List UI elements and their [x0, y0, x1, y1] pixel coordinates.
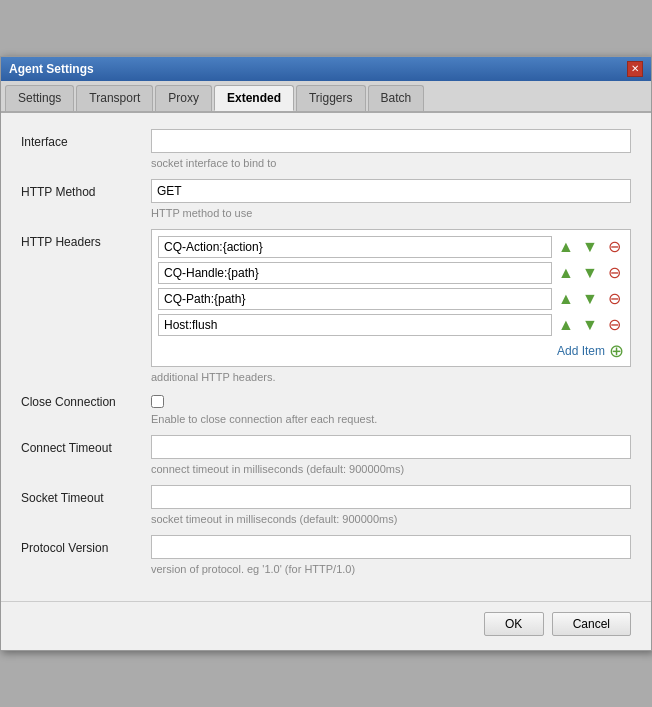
socket-timeout-hint: socket timeout in milliseconds (default:… — [21, 513, 631, 525]
interface-field — [151, 129, 631, 153]
http-headers-hint: additional HTTP headers. — [21, 371, 631, 383]
dialog-footer: OK Cancel — [1, 601, 651, 650]
http-method-label: HTTP Method — [21, 179, 151, 199]
header-up-3[interactable]: ▲ — [556, 289, 576, 309]
title-bar: Agent Settings ✕ — [1, 57, 651, 81]
arrow-down-icon: ▼ — [582, 239, 598, 255]
form-content: Interface socket interface to bind to HT… — [1, 113, 651, 601]
socket-timeout-label: Socket Timeout — [21, 485, 151, 505]
remove-icon: ⊖ — [608, 239, 621, 255]
header-down-1[interactable]: ▼ — [580, 237, 600, 257]
tab-triggers[interactable]: Triggers — [296, 85, 366, 111]
dialog-title: Agent Settings — [9, 62, 94, 76]
remove-icon: ⊖ — [608, 265, 621, 281]
protocol-version-input[interactable] — [151, 535, 631, 559]
interface-row: Interface — [21, 129, 631, 153]
tab-proxy[interactable]: Proxy — [155, 85, 212, 111]
arrow-up-icon: ▲ — [558, 239, 574, 255]
connect-timeout-row: Connect Timeout — [21, 435, 631, 459]
connect-timeout-field — [151, 435, 631, 459]
header-up-2[interactable]: ▲ — [556, 263, 576, 283]
close-connection-row: Close Connection — [21, 393, 631, 409]
socket-timeout-field — [151, 485, 631, 509]
arrow-down-icon: ▼ — [582, 291, 598, 307]
ok-button[interactable]: OK — [484, 612, 544, 636]
http-method-input[interactable] — [151, 179, 631, 203]
header-remove-2[interactable]: ⊖ — [604, 263, 624, 283]
arrow-up-icon: ▲ — [558, 265, 574, 281]
header-row-4: ▲ ▼ ⊖ — [158, 314, 624, 336]
socket-timeout-input[interactable] — [151, 485, 631, 509]
http-method-field — [151, 179, 631, 203]
close-icon[interactable]: ✕ — [627, 61, 643, 77]
connect-timeout-label: Connect Timeout — [21, 435, 151, 455]
add-item-button[interactable]: Add Item — [557, 344, 605, 358]
header-row-2: ▲ ▼ ⊖ — [158, 262, 624, 284]
arrow-down-icon: ▼ — [582, 317, 598, 333]
arrow-down-icon: ▼ — [582, 265, 598, 281]
close-connection-checkbox[interactable] — [151, 395, 164, 408]
header-row-1: ▲ ▼ ⊖ — [158, 236, 624, 258]
tab-batch[interactable]: Batch — [368, 85, 425, 111]
connect-timeout-input[interactable] — [151, 435, 631, 459]
agent-settings-dialog: Agent Settings ✕ Settings Transport Prox… — [0, 56, 652, 651]
add-item-row: Add Item ⊕ — [158, 340, 624, 360]
connect-timeout-hint: connect timeout in milliseconds (default… — [21, 463, 631, 475]
interface-label: Interface — [21, 129, 151, 149]
remove-icon: ⊖ — [608, 291, 621, 307]
socket-timeout-row: Socket Timeout — [21, 485, 631, 509]
http-method-hint: HTTP method to use — [21, 207, 631, 219]
protocol-version-hint: version of protocol. eg '1.0' (for HTTP/… — [21, 563, 631, 575]
header-input-3[interactable] — [158, 288, 552, 310]
header-down-3[interactable]: ▼ — [580, 289, 600, 309]
header-input-2[interactable] — [158, 262, 552, 284]
interface-input[interactable] — [151, 129, 631, 153]
header-up-1[interactable]: ▲ — [556, 237, 576, 257]
interface-hint: socket interface to bind to — [21, 157, 631, 169]
cancel-button[interactable]: Cancel — [552, 612, 631, 636]
protocol-version-row: Protocol Version — [21, 535, 631, 559]
header-remove-1[interactable]: ⊖ — [604, 237, 624, 257]
protocol-version-label: Protocol Version — [21, 535, 151, 555]
header-row-3: ▲ ▼ ⊖ — [158, 288, 624, 310]
http-method-row: HTTP Method — [21, 179, 631, 203]
header-input-1[interactable] — [158, 236, 552, 258]
header-remove-3[interactable]: ⊖ — [604, 289, 624, 309]
header-up-4[interactable]: ▲ — [556, 315, 576, 335]
close-connection-label: Close Connection — [21, 393, 151, 409]
tab-extended[interactable]: Extended — [214, 85, 294, 111]
header-input-4[interactable] — [158, 314, 552, 336]
http-headers-label: HTTP Headers — [21, 229, 151, 249]
arrow-up-icon: ▲ — [558, 317, 574, 333]
close-connection-hint: Enable to close connection after each re… — [21, 413, 631, 425]
arrow-up-icon: ▲ — [558, 291, 574, 307]
http-headers-section: HTTP Headers ▲ ▼ ⊖ ▲ ▼ ⊖ — [21, 229, 631, 367]
tab-transport[interactable]: Transport — [76, 85, 153, 111]
header-down-4[interactable]: ▼ — [580, 315, 600, 335]
protocol-version-field — [151, 535, 631, 559]
tab-bar: Settings Transport Proxy Extended Trigge… — [1, 81, 651, 113]
tab-settings[interactable]: Settings — [5, 85, 74, 111]
header-down-2[interactable]: ▼ — [580, 263, 600, 283]
add-item-plus-icon[interactable]: ⊕ — [609, 342, 624, 360]
header-remove-4[interactable]: ⊖ — [604, 315, 624, 335]
remove-icon: ⊖ — [608, 317, 621, 333]
http-headers-content: ▲ ▼ ⊖ ▲ ▼ ⊖ ▲ ▼ ⊖ — [151, 229, 631, 367]
